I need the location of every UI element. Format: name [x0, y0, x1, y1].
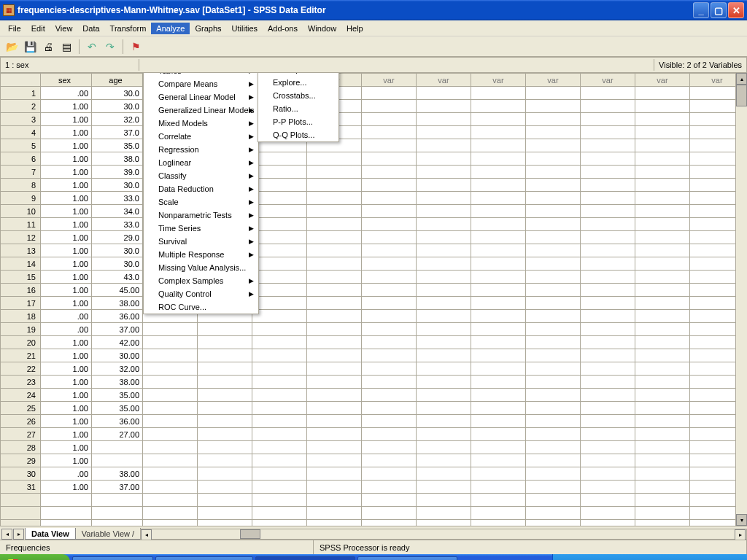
cell[interactable]: 35.00	[92, 389, 143, 402]
cell-empty[interactable]	[471, 349, 526, 362]
cell-empty[interactable]	[252, 336, 307, 349]
cell-empty[interactable]	[581, 231, 635, 244]
cell-empty[interactable]	[252, 152, 307, 166]
close-button[interactable]: ✕	[728, 2, 744, 18]
cell[interactable]: 1.00	[41, 244, 92, 257]
cell-empty[interactable]	[143, 402, 198, 415]
cell-empty[interactable]	[417, 113, 471, 126]
row-number[interactable]: 23	[1, 376, 41, 389]
cell-empty[interactable]	[417, 376, 471, 389]
cell-empty[interactable]	[417, 166, 471, 179]
cell-empty[interactable]	[362, 166, 417, 179]
cell-empty[interactable]	[362, 257, 417, 271]
cell-empty[interactable]	[362, 126, 417, 139]
cell-empty[interactable]	[198, 362, 252, 376]
cell-empty[interactable]	[635, 100, 690, 113]
cell-empty[interactable]	[417, 192, 471, 205]
cell-empty[interactable]	[362, 349, 417, 362]
cell-empty[interactable]	[417, 441, 471, 454]
cell-empty[interactable]	[417, 152, 471, 166]
cell-empty[interactable]	[581, 494, 635, 507]
cell-empty[interactable]	[635, 271, 690, 284]
analyze-menu[interactable]: Reports▶Descriptive Statistics▶Tables▶Co…	[143, 73, 259, 314]
cell[interactable]: .00	[41, 87, 92, 100]
descriptive-statistics-submenu[interactable]: Frequencies...Descriptives...Explore...C…	[258, 73, 339, 142]
menu-graphs[interactable]: Graphs	[190, 23, 226, 34]
cell-empty[interactable]	[198, 520, 252, 526]
cell-empty[interactable]	[471, 467, 526, 481]
cell-empty[interactable]	[471, 139, 526, 152]
cell-empty[interactable]	[417, 428, 471, 441]
cell-empty[interactable]	[41, 520, 92, 526]
cell-empty[interactable]	[417, 257, 471, 271]
column-header-var[interactable]: var	[635, 74, 690, 87]
cell-empty[interactable]	[471, 323, 526, 336]
cell[interactable]: 1.00	[41, 257, 92, 271]
cell-empty[interactable]	[526, 376, 581, 389]
cell-empty[interactable]	[307, 336, 362, 349]
cell-empty[interactable]	[581, 428, 635, 441]
cell-empty[interactable]	[307, 349, 362, 362]
cell-empty[interactable]	[417, 284, 471, 297]
cell-empty[interactable]	[143, 481, 198, 494]
cell-empty[interactable]	[635, 257, 690, 271]
menu-data[interactable]: Data	[77, 23, 104, 34]
row-number[interactable]: 3	[1, 113, 41, 126]
row-number[interactable]: 22	[1, 362, 41, 376]
hscroll-left-icon[interactable]: ◂	[141, 529, 152, 540]
cell-empty[interactable]	[635, 113, 690, 126]
cell-empty[interactable]	[471, 297, 526, 310]
cell-empty[interactable]	[581, 271, 635, 284]
cell-empty[interactable]	[471, 362, 526, 376]
row-number[interactable]: 6	[1, 152, 41, 166]
cell-empty[interactable]	[417, 362, 471, 376]
cell-empty[interactable]	[417, 520, 471, 526]
cell-empty[interactable]	[581, 467, 635, 481]
cell-empty[interactable]	[252, 454, 307, 467]
cell-empty[interactable]	[526, 218, 581, 231]
cell[interactable]: 1.00	[41, 376, 92, 389]
cell-empty[interactable]	[581, 520, 635, 526]
row-number[interactable]: 1	[1, 87, 41, 100]
cell-empty[interactable]	[471, 389, 526, 402]
cell-empty[interactable]	[581, 454, 635, 467]
cell[interactable]: 1.00	[41, 205, 92, 218]
cell[interactable]: 33.0	[92, 192, 143, 205]
analyze-item-data-reduction[interactable]: Data Reduction▶	[144, 182, 258, 195]
cell-empty[interactable]	[526, 113, 581, 126]
cell-empty[interactable]	[362, 441, 417, 454]
cell-empty[interactable]	[526, 389, 581, 402]
cell-empty[interactable]	[635, 349, 690, 362]
cell-empty[interactable]	[198, 494, 252, 507]
cell[interactable]	[92, 441, 143, 454]
cell[interactable]: 30.0	[92, 257, 143, 271]
cell-empty[interactable]	[362, 428, 417, 441]
cell-empty[interactable]	[252, 376, 307, 389]
cell-empty[interactable]	[252, 284, 307, 297]
horizontal-scrollbar[interactable]: ◂ ▸	[140, 529, 747, 540]
cell[interactable]: 1.00	[41, 179, 92, 192]
row-number[interactable]: 20	[1, 336, 41, 349]
cell-empty[interactable]	[143, 415, 198, 428]
cell-empty[interactable]	[581, 192, 635, 205]
row-number[interactable]: 18	[1, 310, 41, 323]
cell-empty[interactable]	[635, 494, 690, 507]
cell-empty[interactable]	[252, 244, 307, 257]
cell[interactable]: 1.00	[41, 336, 92, 349]
scroll-up-icon[interactable]: ▴	[736, 73, 747, 85]
cell-empty[interactable]	[581, 179, 635, 192]
cell-empty[interactable]	[635, 87, 690, 100]
cell-empty[interactable]	[471, 376, 526, 389]
cell-empty[interactable]	[471, 113, 526, 126]
undo-icon[interactable]: ↶	[84, 39, 100, 55]
menu-help[interactable]: Help	[341, 23, 368, 34]
cell-empty[interactable]	[307, 166, 362, 179]
cell-empty[interactable]	[526, 415, 581, 428]
minimize-button[interactable]: _	[693, 2, 709, 18]
cell-empty[interactable]	[362, 192, 417, 205]
cell[interactable]: .00	[41, 467, 92, 481]
cell-empty[interactable]	[362, 152, 417, 166]
cell-empty[interactable]	[635, 376, 690, 389]
cell[interactable]: 1.00	[41, 231, 92, 244]
cell-empty[interactable]	[362, 389, 417, 402]
